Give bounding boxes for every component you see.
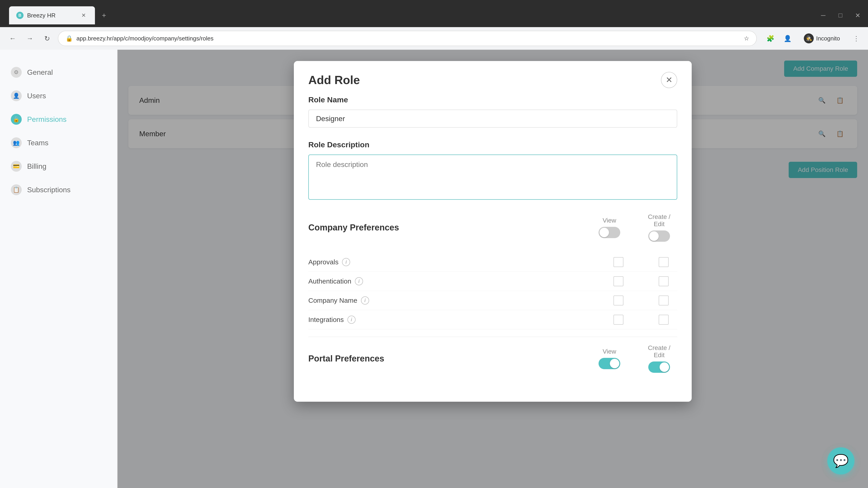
minimize-button[interactable]: ─: [817, 9, 829, 21]
sidebar-label-general: General: [27, 68, 53, 76]
portal-pref-col-headers: View Create / Edit: [596, 344, 677, 373]
portal-pref-header: Portal Preferences View Create / Edit: [308, 344, 677, 377]
tab-title: Breezy HR: [27, 12, 56, 19]
company-preferences-section: Company Preferences View Create / Edit: [308, 213, 677, 329]
sidebar-label-teams: Teams: [27, 139, 49, 147]
role-description-label: Role Description: [308, 140, 677, 149]
permissions-icon: 🔒: [11, 114, 22, 125]
sidebar-label-subscriptions: Subscriptions: [27, 186, 70, 194]
dialog-body: Role Name Role Description Company Prefe…: [294, 95, 692, 402]
chat-icon: 💬: [833, 453, 849, 468]
approvals-label: Approvals: [308, 258, 338, 266]
portal-create-edit-col-header: Create / Edit: [646, 344, 673, 359]
main-content: Add Company Role Admin 🔍 📋 Member 🔍 📋 Ad…: [118, 50, 868, 488]
company-name-info-icon[interactable]: i: [361, 296, 369, 304]
authentication-name: Authentication i: [308, 277, 605, 285]
portal-preferences-section: Portal Preferences View Create / Edit: [308, 344, 677, 377]
reload-button[interactable]: ↻: [40, 31, 54, 46]
new-tab-button[interactable]: +: [98, 9, 110, 22]
create-edit-toggle-knob: [649, 231, 659, 241]
address-bar-row: ← → ↻ 🔒 app.breezy.hr/app/c/moodjoy/comp…: [0, 27, 868, 50]
portal-create-edit-toggle[interactable]: [648, 361, 670, 373]
approvals-row: Approvals i: [308, 253, 677, 272]
browser-actions: 🧩 👤 🕵 Incognito ⋮: [764, 32, 863, 45]
company-name-view-checkbox[interactable]: [614, 295, 623, 305]
section-divider: [308, 337, 677, 337]
create-edit-toggle[interactable]: [648, 230, 670, 242]
sidebar-item-users[interactable]: 👤 Users: [0, 84, 117, 107]
close-button[interactable]: ✕: [852, 9, 864, 21]
company-name-checkboxes: [605, 295, 677, 305]
company-name-row: Company Name i: [308, 291, 677, 310]
approvals-create-checkbox[interactable]: [659, 257, 669, 267]
integrations-label: Integrations: [308, 316, 344, 324]
browser-chrome: B Breezy HR ✕ + ─ □ ✕ ← → ↻ 🔒 app.breezy…: [0, 0, 868, 50]
sidebar-item-teams[interactable]: 👥 Teams: [0, 131, 117, 155]
extensions-button[interactable]: 🧩: [764, 32, 777, 45]
billing-icon: 💳: [11, 161, 22, 172]
integrations-view-checkbox[interactable]: [614, 315, 623, 325]
dialog-header: Add Role ✕: [294, 61, 692, 95]
subscriptions-icon: 📋: [11, 184, 22, 195]
authentication-view-checkbox[interactable]: [614, 276, 623, 286]
app-container: ⚙ General 👤 Users 🔒 Permissions 👥 Teams …: [0, 50, 868, 488]
company-name-label: Company Name: [308, 297, 358, 304]
portal-pref-title: Portal Preferences: [308, 354, 384, 363]
company-name-name: Company Name i: [308, 296, 605, 304]
view-toggle-knob: [599, 228, 609, 237]
portal-create-edit-toggle-knob: [659, 362, 669, 372]
teams-icon: 👥: [11, 137, 22, 148]
integrations-create-wrapper: [650, 315, 677, 325]
incognito-button[interactable]: 🕵 Incognito: [798, 32, 845, 45]
tab-favicon: B: [16, 12, 24, 19]
company-name-create-wrapper: [650, 295, 677, 305]
approvals-info-icon[interactable]: i: [342, 258, 350, 266]
sidebar-item-billing[interactable]: 💳 Billing: [0, 155, 117, 178]
sidebar-item-subscriptions[interactable]: 📋 Subscriptions: [0, 178, 117, 201]
authentication-info-icon[interactable]: i: [355, 277, 363, 285]
dialog-close-button[interactable]: ✕: [661, 72, 677, 88]
integrations-name: Integrations i: [308, 316, 605, 324]
url-text: app.breezy.hr/app/c/moodjoy/company/sett…: [76, 35, 740, 42]
profile-button[interactable]: 👤: [781, 32, 794, 45]
approvals-create-wrapper: [650, 257, 677, 267]
company-pref-title: Company Preferences: [308, 223, 399, 232]
integrations-checkboxes: [605, 315, 677, 325]
address-bar[interactable]: 🔒 app.breezy.hr/app/c/moodjoy/company/se…: [58, 31, 757, 46]
company-name-create-checkbox[interactable]: [659, 295, 669, 305]
forward-button[interactable]: →: [23, 31, 37, 46]
sidebar-item-general[interactable]: ⚙ General: [0, 61, 117, 84]
active-tab[interactable]: B Breezy HR ✕: [9, 6, 95, 24]
general-icon: ⚙: [11, 67, 22, 78]
approvals-view-checkbox[interactable]: [614, 257, 623, 267]
authentication-create-checkbox[interactable]: [659, 276, 669, 286]
integrations-view-wrapper: [605, 315, 632, 325]
sidebar-item-permissions[interactable]: 🔒 Permissions: [0, 107, 117, 131]
authentication-checkboxes: [605, 276, 677, 286]
integrations-create-checkbox[interactable]: [659, 315, 669, 325]
view-col-header: View: [596, 217, 623, 224]
role-name-input[interactable]: [308, 109, 677, 128]
menu-button[interactable]: ⋮: [850, 32, 863, 45]
incognito-label: Incognito: [816, 35, 840, 42]
approvals-checkboxes: [605, 257, 677, 267]
company-name-view-wrapper: [605, 295, 632, 305]
maximize-button[interactable]: □: [835, 9, 846, 21]
tab-close-button[interactable]: ✕: [80, 11, 88, 20]
star-icon[interactable]: ☆: [744, 35, 749, 42]
back-button[interactable]: ←: [5, 31, 20, 46]
role-description-textarea[interactable]: [308, 155, 677, 200]
view-toggle[interactable]: [598, 227, 620, 238]
nav-controls: ← → ↻: [5, 31, 54, 46]
authentication-label: Authentication: [308, 278, 351, 285]
create-edit-col-header: Create / Edit: [646, 213, 673, 228]
approvals-view-wrapper: [605, 257, 632, 267]
incognito-icon: 🕵: [804, 33, 814, 43]
company-pref-header: Company Preferences View Create / Edit: [308, 213, 677, 246]
role-name-label: Role Name: [308, 95, 677, 104]
approvals-name: Approvals i: [308, 258, 605, 266]
portal-view-toggle[interactable]: [598, 358, 620, 369]
integrations-info-icon[interactable]: i: [347, 316, 355, 324]
sidebar-label-billing: Billing: [27, 162, 46, 170]
chat-button[interactable]: 💬: [827, 447, 855, 475]
